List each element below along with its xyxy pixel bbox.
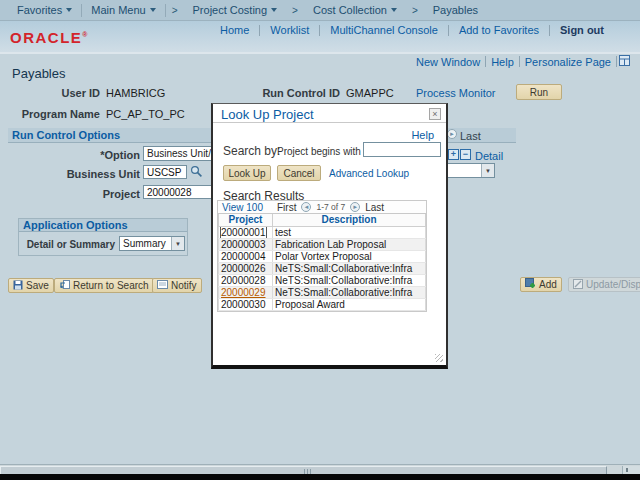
- breadcrumb-item-favorites[interactable]: Favorites: [8, 0, 81, 21]
- breadcrumb-item-payables[interactable]: Payables: [424, 0, 487, 21]
- breadcrumb-item-main-menu[interactable]: Main Menu: [82, 0, 164, 21]
- breadcrumb-separator: >: [166, 5, 184, 16]
- first-label[interactable]: First: [277, 202, 296, 213]
- personalize-grid-icon[interactable]: [617, 55, 632, 68]
- breadcrumb-item-cost-collection[interactable]: Cost Collection: [304, 0, 406, 21]
- results-grid: View 100 First ◄ 1-7 of 7 ► Last Project…: [217, 200, 427, 312]
- save-button[interactable]: Save: [8, 278, 54, 293]
- header-links: Home Worklist MultiChannel Console Add t…: [210, 24, 614, 36]
- table-row: 20000004 Polar Vortex Proposal: [219, 250, 426, 262]
- user-id-value: HAMBRICG: [106, 87, 165, 99]
- project-link[interactable]: 20000028: [221, 275, 266, 286]
- run-control-id-label: Run Control ID: [262, 87, 340, 99]
- modal-title: Look Up Project: [221, 107, 314, 122]
- lookup-modal: Look Up Project × Help Search by: Projec…: [211, 103, 448, 369]
- horizontal-scrollbar[interactable]: [0, 464, 640, 474]
- breadcrumb-item-project-costing[interactable]: Project Costing: [184, 0, 287, 21]
- last-label[interactable]: Last: [365, 202, 384, 213]
- description-link[interactable]: Fabrication Lab Proposal: [275, 239, 386, 250]
- description-link[interactable]: NeTS:Small:Collaborative:Infra: [275, 275, 412, 286]
- chevron-down-icon: ▼: [481, 164, 494, 177]
- chevron-down-icon: [391, 8, 397, 12]
- hidden-row-select[interactable]: ▼: [443, 163, 495, 178]
- business-unit-label: Business Unit: [60, 168, 140, 180]
- notify-button[interactable]: Notify: [152, 278, 202, 293]
- pager-last-label[interactable]: Last: [460, 130, 481, 142]
- home-link[interactable]: Home: [210, 24, 259, 36]
- business-unit-input[interactable]: [143, 165, 187, 179]
- resize-handle-icon[interactable]: [435, 354, 443, 362]
- view-100-link[interactable]: View 100: [222, 202, 263, 213]
- detail-or-summary-select[interactable]: Summary ▼: [119, 236, 185, 251]
- detail-or-summary-value: Summary: [120, 238, 171, 249]
- add-button[interactable]: Add: [520, 277, 562, 292]
- lookup-magnifier-icon[interactable]: [190, 165, 203, 180]
- add-to-favorites-link[interactable]: Add to Favorites: [449, 24, 549, 36]
- new-window-link[interactable]: New Window: [411, 56, 485, 68]
- modal-help-link[interactable]: Help: [411, 129, 434, 141]
- return-arrow-icon: [59, 280, 70, 292]
- search-input[interactable]: [363, 142, 441, 157]
- next-page-icon[interactable]: ►: [447, 129, 457, 139]
- bottom-black-bar: [0, 474, 640, 480]
- description-link[interactable]: NeTS:Small:Collaborative:Infra: [275, 287, 412, 298]
- advanced-lookup-link[interactable]: Advanced Lookup: [329, 168, 409, 179]
- table-row: 20000001 test: [219, 226, 426, 238]
- description-link[interactable]: test: [275, 227, 291, 238]
- application-options-box: Application Options Detail or Summary Su…: [18, 218, 188, 256]
- project-link[interactable]: 20000030: [221, 299, 266, 310]
- breadcrumb-label: Payables: [433, 4, 478, 16]
- update-display-button[interactable]: Update/Display: [568, 277, 640, 292]
- breadcrumb-label: Main Menu: [91, 4, 145, 16]
- add-icon: [525, 278, 536, 291]
- column-header-project[interactable]: Project: [219, 214, 273, 226]
- column-header-description[interactable]: Description: [273, 214, 426, 226]
- look-up-button[interactable]: Look Up: [223, 165, 271, 181]
- description-link[interactable]: Polar Vortex Proposal: [275, 251, 372, 262]
- chevron-down-icon: ▼: [171, 237, 184, 250]
- search-by-label: Search by:: [223, 144, 280, 158]
- table-header-row: Project Description: [219, 214, 426, 226]
- table-row: 20000029 NeTS:Small:Collaborative:Infra: [219, 286, 426, 298]
- utility-links: New Window Help Personalize Page: [411, 55, 632, 68]
- close-icon[interactable]: ×: [429, 108, 441, 120]
- project-link[interactable]: 20000026: [221, 263, 266, 274]
- option-label: *Option: [70, 149, 140, 161]
- section-title: Run Control Options: [12, 129, 120, 141]
- process-monitor-link[interactable]: Process Monitor: [416, 87, 495, 99]
- delete-row-button[interactable]: −: [460, 149, 471, 160]
- description-link[interactable]: Proposal Award: [275, 299, 345, 310]
- run-control-id-value: GMAPPC: [346, 87, 394, 99]
- project-link-hovered[interactable]: 20000029: [221, 287, 266, 298]
- application-options-header: Application Options: [19, 219, 187, 232]
- breadcrumb-label: Cost Collection: [313, 4, 387, 16]
- add-row-button[interactable]: +: [448, 149, 459, 160]
- header-rule: [0, 52, 640, 54]
- project-link[interactable]: 20000001: [221, 227, 266, 238]
- detail-or-summary-label: Detail or Summary: [23, 239, 115, 250]
- user-id-label: User ID: [30, 87, 100, 99]
- previous-page-icon[interactable]: ◄: [301, 202, 311, 212]
- personalize-page-link[interactable]: Personalize Page: [520, 56, 616, 68]
- worklist-link[interactable]: Worklist: [260, 24, 319, 36]
- breadcrumb-label: Favorites: [17, 4, 62, 16]
- breadcrumb-label: Project Costing: [193, 4, 268, 16]
- run-button[interactable]: Run: [516, 84, 562, 100]
- return-to-search-button[interactable]: Return to Search: [54, 278, 154, 293]
- breadcrumb-separator: >: [406, 5, 424, 16]
- project-link[interactable]: 20000003: [221, 239, 266, 250]
- breadcrumb-separator: >: [286, 5, 304, 16]
- sign-out-link[interactable]: Sign out: [550, 24, 614, 36]
- grid-navigation: View 100 First ◄ 1-7 of 7 ► Last: [218, 201, 426, 214]
- cancel-button[interactable]: Cancel: [277, 165, 321, 181]
- chevron-down-icon: [271, 8, 277, 12]
- next-page-icon[interactable]: ►: [350, 202, 360, 212]
- chevron-down-icon: [150, 8, 156, 12]
- page-title: Payables: [12, 66, 65, 81]
- project-link[interactable]: 20000004: [221, 251, 266, 262]
- help-link[interactable]: Help: [486, 56, 519, 68]
- multichannel-console-link[interactable]: MultiChannel Console: [320, 24, 448, 36]
- program-name-value: PC_AP_TO_PC: [106, 108, 185, 120]
- detail-link[interactable]: Detail: [475, 150, 503, 162]
- description-link[interactable]: NeTS:Small:Collaborative:Infra: [275, 263, 412, 274]
